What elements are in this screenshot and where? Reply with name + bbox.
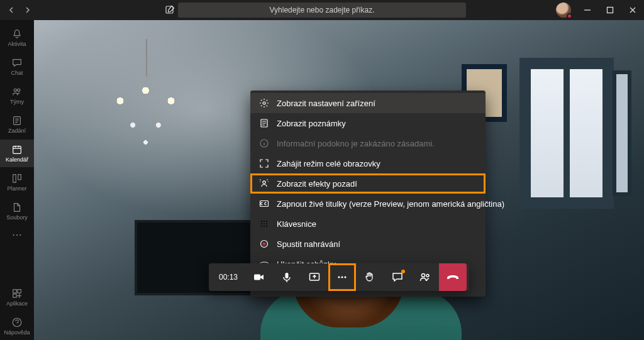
hang-up-icon — [446, 270, 460, 284]
presence-dot — [567, 13, 572, 19]
chat-icon — [11, 57, 23, 69]
share-screen-button[interactable] — [301, 263, 328, 291]
new-message-button[interactable] — [161, 1, 179, 19]
svg-rect-16 — [260, 201, 269, 207]
hand-icon — [364, 271, 376, 283]
svg-point-23 — [261, 226, 262, 227]
rail-item-planner[interactable]: Planner — [0, 168, 34, 196]
menu-item-label: Informační podokno je zakázáno zásadami. — [277, 139, 435, 148]
menu-item-label: Zobrazit poznámky — [277, 119, 346, 128]
rail-label: Aktivita — [8, 41, 26, 47]
svg-rect-8 — [13, 290, 16, 293]
rail-item-apps[interactable]: Aplikace — [0, 283, 34, 311]
nav-back-button[interactable] — [4, 3, 19, 18]
titlebar: Vyhledejte nebo zadejte příkaz. — [0, 0, 644, 20]
background-picture — [613, 70, 631, 196]
svg-point-19 — [266, 221, 267, 222]
svg-point-18 — [264, 221, 265, 222]
video-stage: Zobrazit nastavení zařízení Zobrazit poz… — [34, 20, 644, 340]
svg-rect-10 — [13, 294, 16, 297]
people-icon — [419, 271, 431, 283]
menu-item-background-effects[interactable]: Zobrazit efekty pozadí — [250, 173, 486, 194]
menu-item-start-recording[interactable]: Spustit nahrávání — [250, 234, 486, 254]
background-effects-icon — [259, 178, 269, 189]
participants-button[interactable] — [411, 263, 439, 291]
rail-label: Soubory — [6, 214, 28, 221]
svg-point-21 — [264, 223, 265, 224]
notification-dot — [401, 270, 405, 273]
rail-item-teams[interactable]: Týmy — [0, 82, 34, 109]
hang-up-button[interactable] — [439, 263, 467, 291]
call-control-bar: 00:13 — [209, 263, 469, 291]
close-icon — [629, 6, 636, 14]
info-icon — [259, 138, 269, 148]
more-icon — [336, 271, 348, 283]
rail-item-assignments[interactable]: Zadání — [0, 111, 34, 138]
rail-item-files[interactable]: Soubory — [0, 197, 34, 225]
minimize-icon — [584, 6, 591, 14]
more-actions-button[interactable] — [328, 263, 356, 291]
window-close-button[interactable] — [621, 0, 644, 20]
share-icon — [308, 271, 321, 283]
svg-point-15 — [263, 181, 265, 184]
rail-label: Nápověda — [4, 329, 30, 336]
rail-label: Planner — [7, 185, 26, 192]
rail-item-chat[interactable]: Chat — [0, 53, 34, 80]
svg-point-12 — [263, 102, 265, 104]
gear-icon — [259, 98, 269, 108]
fullscreen-icon — [259, 158, 269, 168]
rail-label: Týmy — [10, 99, 24, 105]
svg-rect-9 — [18, 290, 21, 293]
search-input[interactable]: Vyhledejte nebo zadejte příkaz. — [178, 3, 466, 18]
svg-rect-30 — [286, 273, 289, 278]
menu-item-label: Zobrazit nastavení zařízení — [277, 99, 375, 108]
raise-hand-button[interactable] — [356, 263, 384, 291]
nav-forward-button[interactable] — [20, 3, 35, 18]
svg-point-22 — [266, 223, 267, 224]
menu-item-info-pane: Informační podokno je zakázáno zásadami. — [250, 133, 486, 153]
svg-point-20 — [261, 223, 262, 224]
svg-rect-29 — [254, 275, 260, 280]
menu-item-meeting-notes[interactable]: Zobrazit poznámky — [250, 113, 486, 133]
rail-label: Chat — [11, 70, 23, 76]
svg-rect-6 — [13, 175, 16, 183]
window-minimize-button[interactable] — [576, 0, 599, 20]
rail-item-calendar[interactable]: Kalendář — [0, 140, 34, 167]
svg-point-24 — [264, 226, 265, 227]
svg-point-34 — [344, 276, 346, 278]
svg-rect-5 — [13, 146, 21, 154]
menu-item-label: Klávesnice — [277, 219, 316, 229]
menu-item-fullscreen[interactable]: Zahájit režim celé obrazovky — [250, 153, 486, 173]
mic-toggle-button[interactable] — [273, 263, 301, 291]
svg-point-33 — [341, 276, 343, 278]
menu-item-live-captions[interactable]: Zapnout živé titulky (verze Preview, jen… — [250, 194, 486, 214]
background-window — [519, 58, 614, 209]
rail-item-activity[interactable]: Aktivita — [0, 24, 34, 52]
svg-point-2 — [14, 89, 16, 91]
svg-point-27 — [263, 243, 266, 246]
svg-point-17 — [261, 221, 262, 222]
chat-toggle-button[interactable] — [384, 263, 411, 291]
svg-point-36 — [426, 275, 429, 277]
menu-item-device-settings[interactable]: Zobrazit nastavení zařízení — [250, 93, 486, 113]
menu-item-keypad[interactable]: Klávesnice — [250, 214, 486, 234]
svg-point-11 — [13, 318, 21, 327]
svg-rect-1 — [608, 8, 613, 13]
keypad-icon — [259, 219, 269, 229]
svg-point-25 — [266, 226, 267, 227]
svg-point-35 — [421, 273, 425, 277]
rail-item-help[interactable]: Nápověda — [0, 312, 34, 340]
teams-icon — [11, 86, 23, 97]
window-maximize-button[interactable] — [599, 0, 621, 20]
menu-item-label: Zapnout živé titulky (verze Preview, jen… — [277, 199, 504, 209]
svg-point-3 — [18, 89, 20, 91]
record-icon — [259, 239, 269, 249]
avatar[interactable] — [556, 3, 571, 18]
rail-more-button[interactable]: ⋯ — [0, 226, 34, 244]
apps-icon — [11, 288, 23, 299]
assignments-icon — [11, 115, 23, 126]
bell-icon — [11, 28, 23, 40]
menu-item-label: Zobrazit efekty pozadí — [277, 179, 357, 189]
menu-item-label: Zahájit režim celé obrazovky — [277, 159, 380, 168]
camera-toggle-button[interactable] — [245, 263, 273, 291]
